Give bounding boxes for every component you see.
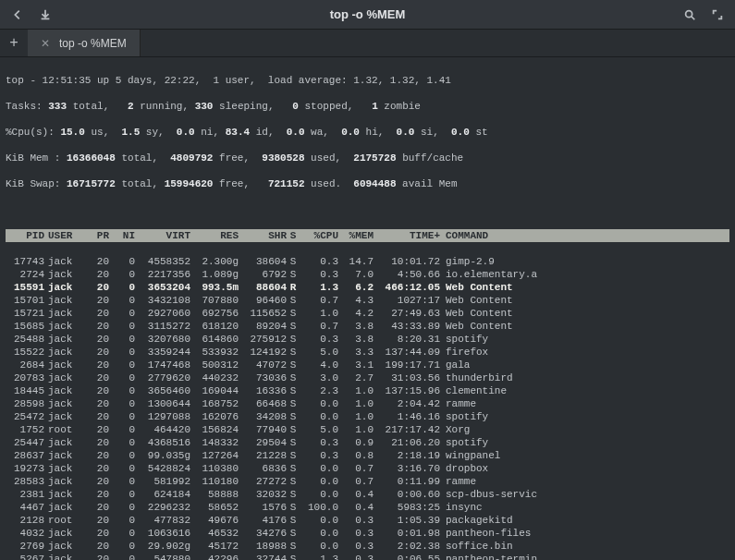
tab-bar: + ✕ top -o %MEM xyxy=(0,30,735,57)
process-row: 2381jack2006241845888832032S0.00.40:00.6… xyxy=(6,488,729,501)
close-tab-icon[interactable]: ✕ xyxy=(41,37,50,50)
process-row: 15721jack2002927060692756115652S1.04.227… xyxy=(6,307,729,320)
fullscreen-icon[interactable] xyxy=(711,8,724,21)
process-row: 5267jack2005478804229632744S1.30.30:06.5… xyxy=(6,553,729,560)
process-row: 28583jack20058199211018027272S0.00.70:11… xyxy=(6,475,729,488)
process-row: 15685jack200311527261812089204S0.73.843:… xyxy=(6,320,729,333)
process-row: 15591jack2003653204993.5m88604R1.36.2466… xyxy=(6,281,729,294)
window-titlebar: top -o %MEM xyxy=(0,0,735,30)
back-icon[interactable] xyxy=(11,8,24,21)
process-row: 2128root200477832496764176S0.00.31:05.39… xyxy=(6,514,729,527)
tab-label: top -o %MEM xyxy=(59,37,127,50)
process-row: 18445jack200365646016904416336S2.31.0137… xyxy=(6,384,729,397)
new-tab-button[interactable]: + xyxy=(0,30,28,56)
process-row: 15701jack200343210870788096460S0.74.3102… xyxy=(6,294,729,307)
process-row: 17743jack20045583522.300g38604S0.314.710… xyxy=(6,255,729,268)
process-row: 25488jack2003207680614860275912S0.33.88:… xyxy=(6,333,729,346)
download-icon[interactable] xyxy=(39,8,52,21)
process-row: 28637jack20099.035g12726421228S0.30.82:1… xyxy=(6,449,729,462)
summary-mem: KiB Mem : 16366048 total, 4809792 free, … xyxy=(6,152,729,164)
process-row: 2684jack200174746850031247072S4.03.1199:… xyxy=(6,359,729,371)
process-row: 19273jack20054288241103806836S0.00.73:16… xyxy=(6,462,729,475)
tab-active[interactable]: ✕ top -o %MEM xyxy=(28,30,141,56)
process-row: 25472jack200129708816207634208S0.01.01:4… xyxy=(6,410,729,423)
process-row: 4032jack20010636164653234276S0.00.30:01.… xyxy=(6,527,729,540)
summary-cpu: %Cpu(s): 15.0 us, 1.5 sy, 0.0 ni, 83.4 i… xyxy=(6,126,729,139)
summary-swap: KiB Swap: 16715772 total, 15994620 free,… xyxy=(6,177,729,190)
process-row: 4467jack2002296232586521576S100.00.45983… xyxy=(6,501,729,514)
process-row: 20783jack200277962044023273036S3.02.731:… xyxy=(6,371,729,384)
process-row: 2769jack20029.902g4517218988S0.00.32:02.… xyxy=(6,540,729,553)
process-row: 15522jack2003359244533932124192S5.03.313… xyxy=(6,346,729,359)
column-header: PIDUSERPRNIVIRTRESSHRS%CPU%MEMTIME+COMMA… xyxy=(6,229,729,242)
svg-point-0 xyxy=(686,10,692,17)
search-icon[interactable] xyxy=(683,8,696,21)
process-row: 2724jack20022173561.089g6792S0.37.04:50.… xyxy=(6,268,729,281)
summary-tasks: Tasks: 333 total, 2 running, 330 sleepin… xyxy=(6,100,729,113)
process-row: 25447jack200436851614833229504S0.30.921:… xyxy=(6,436,729,449)
terminal-output[interactable]: top - 12:51:35 up 5 days, 22:22, 1 user,… xyxy=(0,57,735,560)
process-list: 17743jack20045583522.300g38604S0.314.710… xyxy=(6,255,729,560)
window-title: top -o %MEM xyxy=(52,7,683,21)
summary-uptime: top - 12:51:35 up 5 days, 22:22, 1 user,… xyxy=(6,74,729,87)
process-row: 28598jack200130064416875266468S0.01.02:0… xyxy=(6,397,729,410)
process-row: 1752root20046442015682477940S5.01.0217:1… xyxy=(6,423,729,436)
